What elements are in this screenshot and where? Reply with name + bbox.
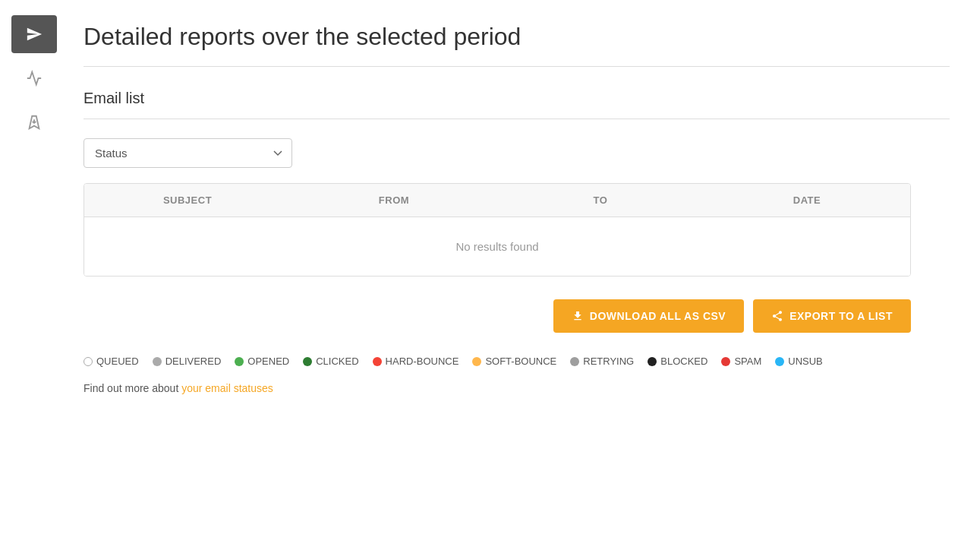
retrying-label: RETRYING (583, 356, 634, 367)
spam-dot (721, 357, 730, 366)
export-icon (771, 310, 783, 322)
opened-dot (235, 357, 244, 366)
sidebar-icon-chart[interactable] (11, 59, 57, 97)
actions-row: DOWNLOAD ALL AS CSV EXPORT TO A LIST (84, 299, 911, 333)
legend-soft-bounce: SOFT-BOUNCE (472, 356, 556, 367)
legend-blocked: BLOCKED (648, 356, 707, 367)
sidebar-icon-click[interactable] (11, 103, 57, 141)
unsub-dot (775, 357, 784, 366)
col-from: FROM (291, 184, 497, 217)
queued-dot (84, 357, 93, 366)
section-title: Email list (84, 90, 950, 107)
title-divider (84, 66, 950, 67)
legend-unsub: UNSUB (775, 356, 823, 367)
legend-retrying: RETRYING (570, 356, 634, 367)
download-label: DOWNLOAD ALL AS CSV (590, 310, 726, 322)
main-container: Detailed reports over the selected perio… (0, 0, 980, 417)
email-statuses-link[interactable]: your email statuses (181, 382, 273, 394)
download-csv-button[interactable]: DOWNLOAD ALL AS CSV (553, 299, 744, 333)
content-area: StatusQueuedDeliveredOpenedClickedHard-B… (84, 138, 950, 394)
status-dropdown[interactable]: StatusQueuedDeliveredOpenedClickedHard-B… (84, 138, 292, 168)
delivered-label: DELIVERED (165, 356, 222, 367)
download-icon (572, 310, 584, 322)
sidebar (0, 0, 68, 550)
table-body: No results found (84, 217, 910, 276)
spam-label: SPAM (734, 356, 761, 367)
legend-row: QUEUED DELIVERED OPENED CLICKED HARD-BOU… (84, 356, 950, 367)
export-label: EXPORT TO A LIST (789, 310, 893, 322)
col-date: DATE (704, 184, 910, 217)
opened-label: OPENED (247, 356, 289, 367)
find-out-row: Find out more about your email statuses (84, 382, 950, 394)
legend-spam: SPAM (721, 356, 761, 367)
legend-hard-bounce: HARD-BOUNCE (373, 356, 459, 367)
clicked-dot (303, 357, 312, 366)
email-table: SUBJECT FROM TO DATE No results found (84, 183, 911, 277)
legend-queued: QUEUED (84, 356, 139, 367)
soft-bounce-label: SOFT-BOUNCE (485, 356, 556, 367)
sidebar-icon-send[interactable] (11, 15, 57, 53)
legend-clicked: CLICKED (303, 356, 358, 367)
no-results-message: No results found (84, 217, 910, 276)
legend-opened: OPENED (235, 356, 289, 367)
retrying-dot (570, 357, 579, 366)
hard-bounce-label: HARD-BOUNCE (386, 356, 459, 367)
page-title: Detailed reports over the selected perio… (84, 23, 950, 51)
section-divider (84, 119, 950, 119)
delivered-dot (153, 357, 162, 366)
col-to: TO (497, 184, 704, 217)
export-list-button[interactable]: EXPORT TO A LIST (753, 299, 911, 333)
blocked-dot (648, 357, 657, 366)
blocked-label: BLOCKED (660, 356, 707, 367)
soft-bounce-dot (472, 357, 481, 366)
table-header: SUBJECT FROM TO DATE (84, 184, 910, 217)
queued-label: QUEUED (96, 356, 139, 367)
unsub-label: UNSUB (788, 356, 823, 367)
hard-bounce-dot (373, 357, 382, 366)
legend-delivered: DELIVERED (153, 356, 222, 367)
clicked-label: CLICKED (316, 356, 358, 367)
col-subject: SUBJECT (84, 184, 291, 217)
find-out-text: Find out more about (84, 382, 181, 394)
